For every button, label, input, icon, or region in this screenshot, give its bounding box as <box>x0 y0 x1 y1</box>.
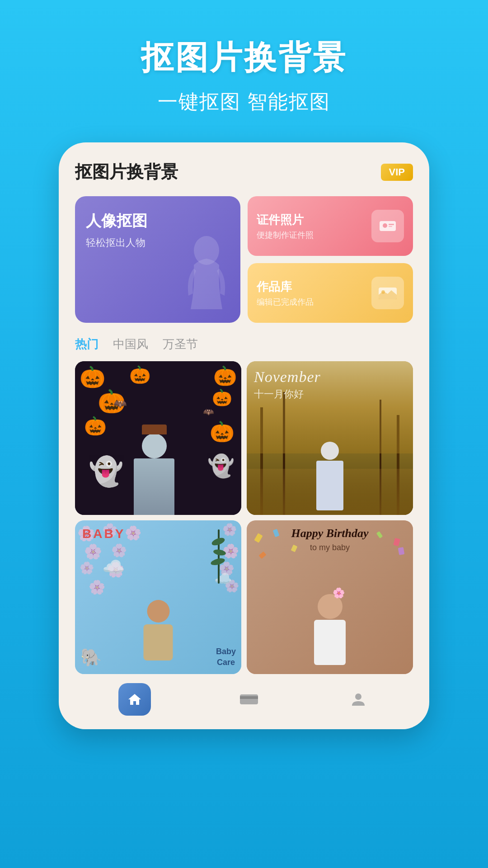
feature-grid: 人像抠图 轻松抠出人物 证件照片 便捷制作证件照 <box>75 196 413 323</box>
home-icon <box>127 691 143 708</box>
november-subtitle: 十一月你好 <box>254 387 321 401</box>
id-photo-title: 证件照片 <box>257 212 314 228</box>
bottom-navigation <box>75 674 413 729</box>
gallery-icon <box>378 285 398 301</box>
tab-hot[interactable]: 热门 <box>75 336 99 352</box>
nav-home[interactable] <box>118 683 151 716</box>
svg-rect-4 <box>389 226 392 227</box>
birthday-template-card[interactable]: Happy Birthday to my baby 🌸 <box>247 520 413 674</box>
vip-badge[interactable]: VIP <box>381 164 413 181</box>
svg-rect-8 <box>240 696 258 699</box>
portfolio-icon-box <box>371 277 404 309</box>
portfolio-text: 作品库 编辑已完成作品 <box>257 279 314 307</box>
profile-icon <box>347 688 370 711</box>
svg-point-6 <box>381 290 385 294</box>
phone-mockup: 抠图片换背景 VIP 人像抠图 轻松抠出人物 证件照片 便捷制作证件照 <box>59 142 429 729</box>
nav-profile[interactable] <box>347 688 370 711</box>
svg-rect-3 <box>389 224 394 225</box>
portfolio-title: 作品库 <box>257 279 314 295</box>
svg-point-9 <box>355 693 361 700</box>
november-title: November <box>254 368 321 386</box>
birthday-title: Happy Birthday <box>291 527 368 540</box>
portrait-cutout-desc: 轻松抠出人物 <box>86 236 230 250</box>
app-header: 抠图片换背景 VIP <box>75 160 413 184</box>
app-title: 抠图片换背景 <box>75 160 178 184</box>
svg-point-2 <box>383 223 387 228</box>
image-grid: 🎃 🎃 🎃 🎃 🎃 🎃 🎃 👻 👻 🦇 🦇 <box>75 361 413 674</box>
category-tabs: 热门 中国风 万圣节 <box>75 336 413 352</box>
id-photo-text: 证件照片 便捷制作证件照 <box>257 212 314 241</box>
id-photo-icon-box <box>371 210 404 242</box>
svg-rect-7 <box>240 694 258 704</box>
card-icon <box>240 693 258 706</box>
nav-cards[interactable] <box>238 688 260 711</box>
portfolio-desc: 编辑已完成作品 <box>257 297 314 307</box>
hero-subtitle: 一键抠图 智能抠图 <box>158 89 330 115</box>
portrait-cutout-title: 人像抠图 <box>86 211 230 231</box>
november-template-card[interactable]: November 十一月你好 <box>247 361 413 515</box>
id-photo-desc: 便捷制作证件照 <box>257 230 314 241</box>
cards-icon <box>238 688 260 711</box>
home-icon-box <box>118 683 151 716</box>
halloween-template-card[interactable]: 🎃 🎃 🎃 🎃 🎃 🎃 🎃 👻 👻 🦇 🦇 <box>75 361 241 515</box>
portfolio-card[interactable]: 作品库 编辑已完成作品 <box>248 263 413 323</box>
id-card-icon <box>379 219 397 233</box>
tab-chinese[interactable]: 中国风 <box>113 336 148 352</box>
user-icon <box>350 691 366 708</box>
baby-label: BABY <box>82 527 125 541</box>
tab-halloween[interactable]: 万圣节 <box>163 336 198 352</box>
id-photo-card[interactable]: 证件照片 便捷制作证件照 <box>248 196 413 256</box>
hero-title: 抠图片换背景 <box>141 36 347 80</box>
baby-template-card[interactable]: 🌸 🌸 🌸 🌸 🌸 🌸 🌸 🌸 🌸 🌸 🌸 🌸 ☁️ ☁️ <box>75 520 241 674</box>
portrait-cutout-card[interactable]: 人像抠图 轻松抠出人物 <box>75 196 240 323</box>
svg-rect-1 <box>380 221 396 231</box>
baby-care-brand: BabyCare <box>216 646 236 668</box>
birthday-subtitle: to my baby <box>310 543 350 552</box>
